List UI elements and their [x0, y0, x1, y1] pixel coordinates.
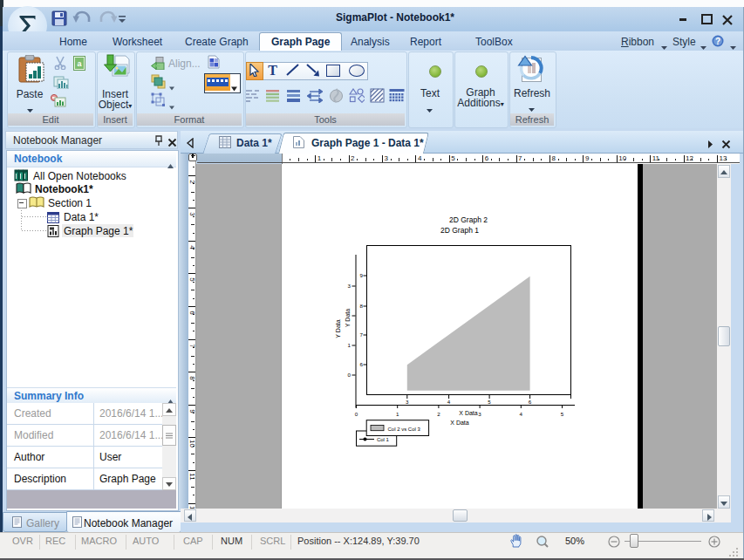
svg-text:?: ? [715, 37, 720, 46]
